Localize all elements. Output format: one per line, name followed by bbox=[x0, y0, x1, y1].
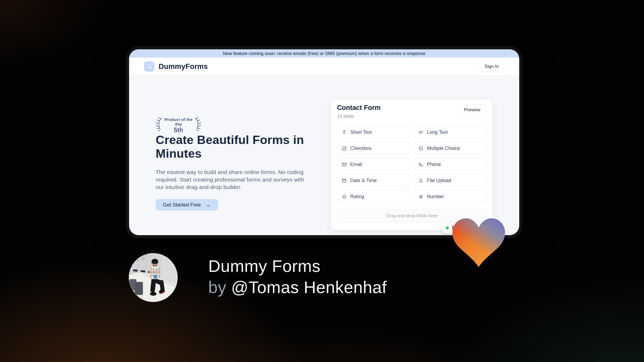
brand-title: DummyForms bbox=[159, 62, 208, 71]
laurel-right-icon bbox=[194, 116, 201, 131]
hero-description: The easiest way to build and share onlin… bbox=[156, 168, 311, 191]
field-type-rating[interactable]: Rating bbox=[337, 190, 410, 203]
field-type-label: File Upload bbox=[427, 178, 451, 183]
upload-icon bbox=[418, 178, 424, 183]
app-logo[interactable] bbox=[144, 61, 154, 72]
hero-title: Create Beautiful Forms in Minutes bbox=[156, 133, 309, 160]
product-of-day-badge: Product of the day 5th bbox=[156, 116, 201, 131]
sign-in-button[interactable]: Sign In bbox=[479, 62, 504, 72]
calendar-icon bbox=[341, 178, 347, 183]
field-type-label: Email bbox=[350, 162, 362, 167]
checkbox-icon bbox=[341, 146, 347, 151]
hash-icon bbox=[418, 194, 424, 200]
author-photo-illustration bbox=[129, 253, 178, 302]
form-title: Contact Form bbox=[337, 104, 381, 112]
star-icon bbox=[341, 194, 347, 200]
envelope-icon bbox=[341, 162, 347, 167]
field-type-label: Rating bbox=[350, 194, 364, 200]
award-line1: Product of the day bbox=[163, 117, 194, 126]
green-status-dot-icon bbox=[446, 226, 449, 230]
caption: Dummy Forms by @Tomas Henkenhaf bbox=[208, 256, 387, 298]
field-type-long-text[interactable]: Long Text bbox=[414, 126, 487, 138]
app-header: DummyForms Sign In bbox=[129, 58, 519, 76]
form-builder-card: Contact Form 10 fields Preview TShort Te… bbox=[331, 99, 492, 230]
field-type-multiple-choice[interactable]: Multiple Choice bbox=[414, 142, 487, 154]
arrow-right-icon: → bbox=[205, 202, 211, 208]
field-type-phone[interactable]: Phone bbox=[414, 158, 487, 171]
field-type-label: Long Text bbox=[427, 130, 448, 135]
radio-icon bbox=[418, 146, 424, 151]
browser-frame: New feature coming soon: receive emails … bbox=[126, 46, 522, 238]
cta-label: Get Started Free bbox=[163, 202, 201, 208]
field-type-email[interactable]: Email bbox=[337, 158, 410, 171]
award-line2: 5th bbox=[163, 127, 194, 134]
field-type-label: Multiple Choice bbox=[427, 146, 460, 151]
laurel-left-icon bbox=[156, 116, 163, 131]
gradient-heart-icon bbox=[452, 218, 505, 267]
field-type-short-text[interactable]: TShort Text bbox=[337, 126, 410, 138]
field-type-label: Date & Time bbox=[350, 178, 377, 183]
dropzone-text: Drag and drop fields here bbox=[386, 213, 438, 219]
app-window: New feature coming soon: receive emails … bbox=[129, 49, 519, 235]
field-type-label: Checkbox bbox=[350, 146, 372, 151]
svg-text:T: T bbox=[343, 130, 346, 135]
promo-canvas: New feature coming soon: receive emails … bbox=[0, 0, 644, 362]
short-text-icon: T bbox=[341, 130, 347, 135]
get-started-button[interactable]: Get Started Free → bbox=[156, 199, 218, 210]
caption-by: by bbox=[208, 278, 231, 297]
announcement-banner: New feature coming soon: receive emails … bbox=[129, 49, 519, 58]
phone-icon bbox=[418, 162, 424, 167]
caption-product-name: Dummy Forms bbox=[208, 256, 387, 277]
long-text-icon bbox=[418, 130, 424, 135]
field-type-date-time[interactable]: Date & Time bbox=[337, 174, 410, 187]
announcement-text: New feature coming soon: receive emails … bbox=[223, 51, 426, 56]
form-field-count: 10 fields bbox=[337, 114, 354, 119]
caption-author: @Tomas Henkenhaf bbox=[231, 278, 387, 297]
field-type-file-upload[interactable]: File Upload bbox=[414, 174, 487, 187]
author-avatar bbox=[129, 253, 178, 302]
field-type-grid: TShort TextLong TextCheckboxMultiple Cho… bbox=[337, 126, 487, 203]
field-type-label: Number bbox=[427, 194, 444, 200]
dashed-select-cursor-icon bbox=[144, 61, 154, 72]
field-type-label: Short Text bbox=[350, 130, 372, 135]
field-type-number[interactable]: Number bbox=[414, 190, 487, 203]
field-type-label: Phone bbox=[427, 162, 441, 167]
preview-button[interactable]: Preview bbox=[458, 105, 486, 115]
field-type-checkbox[interactable]: Checkbox bbox=[337, 142, 410, 154]
